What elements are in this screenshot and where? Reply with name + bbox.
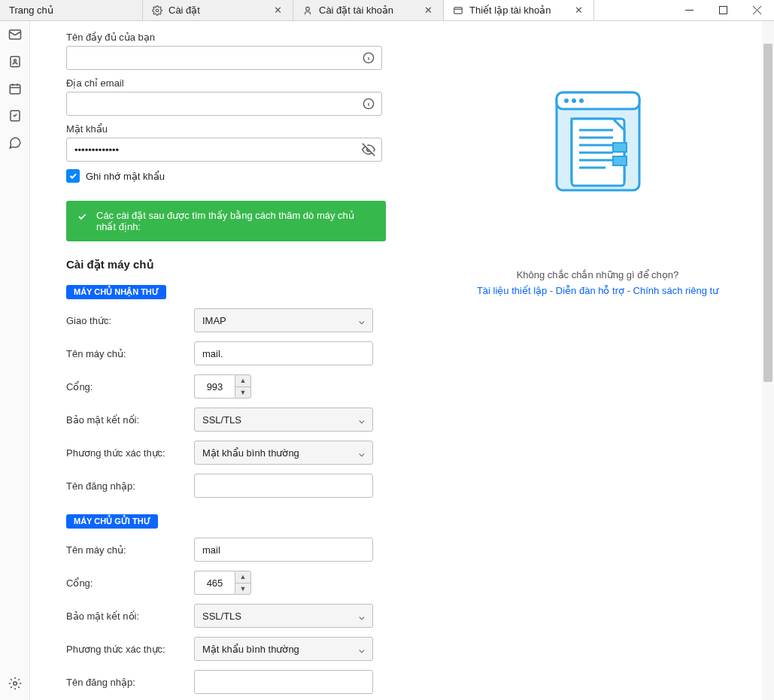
in-auth-select[interactable]: Mật khẩu bình thường⌵ [194,441,373,465]
form-panel: Tên đầy đủ của bạn Địa chỉ email Mật khẩ… [30,21,421,700]
close-icon[interactable]: ✕ [272,5,284,17]
chevron-up-icon[interactable]: ▲ [235,375,250,387]
password-input[interactable] [66,138,382,162]
in-user-input[interactable] [194,474,373,498]
svg-rect-8 [10,85,20,94]
address-book-icon[interactable] [6,53,24,71]
remember-label: Ghi nhớ mật khẩu [86,171,165,182]
titlebar: Trang chủ Cài đặt ✕ Cài đặt tài khoản ✕ … [0,0,774,21]
in-host-input[interactable] [194,341,373,365]
port-stepper[interactable]: ▲▼ [235,571,251,595]
in-user-label: Tên đăng nhập: [66,480,194,492]
eye-off-icon[interactable] [361,142,376,157]
sidebar [0,21,30,700]
in-port-input[interactable] [194,374,235,398]
out-security-label: Bảo mật kết nối: [66,611,194,622]
doc-link[interactable]: Tài liệu thiết lập [477,285,547,296]
help-panel: Không chắc chắn những gì để chọn? Tài li… [421,21,774,700]
gear-icon [152,5,162,16]
svg-point-0 [156,9,159,12]
tab-label: Thiết lập tài khoản [469,5,566,16]
calendar-icon[interactable] [6,80,24,98]
tab-home[interactable]: Trang chủ [0,0,143,20]
svg-point-16 [572,98,576,103]
forum-link[interactable]: Diễn đàn hỗ trợ [556,285,624,296]
outgoing-section: MÁY CHỦ GỬI THƯ Tên máy chủ: Cổng: ▲▼ Bả… [66,514,414,694]
out-host-label: Tên máy chủ: [66,544,194,556]
tab-strip: Trang chủ Cài đặt ✕ Cài đặt tài khoản ✕ … [0,0,672,20]
close-button[interactable] [740,0,774,20]
chevron-down-icon[interactable]: ▼ [235,583,250,595]
scrollbar-thumb[interactable] [763,44,772,382]
info-icon[interactable] [361,96,376,111]
password-label: Mật khẩu [66,123,414,135]
scrollbar[interactable] [762,21,774,700]
tab-settings[interactable]: Cài đặt ✕ [143,0,293,20]
svg-rect-4 [720,7,727,14]
in-security-select[interactable]: SSL/TLS⌵ [194,408,373,432]
chevron-down-icon[interactable]: ▼ [235,387,250,398]
incoming-badge: MÁY CHỦ NHẬN THƯ [66,285,166,299]
info-icon[interactable] [361,50,376,65]
incoming-section: MÁY CHỦ NHẬN THƯ Giao thức: IMAP⌵ Tên má… [66,285,414,498]
fullname-input[interactable] [66,46,382,70]
mail-icon[interactable] [6,26,24,44]
window-controls [672,0,774,20]
chevron-down-icon: ⌵ [359,611,365,622]
success-banner: Các cài đặt sau được tìm thấy bằng cách … [66,201,386,241]
help-links: Tài liệu thiết lập - Diễn đàn hỗ trợ - C… [477,285,718,296]
protocol-label: Giao thức: [66,315,194,326]
svg-rect-14 [557,92,639,109]
chevron-down-icon: ⌵ [359,315,365,326]
protocol-select[interactable]: IMAP⌵ [194,308,373,332]
maximize-button[interactable] [706,0,740,20]
help-text: Không chắc chắn những gì để chọn? [517,269,679,280]
check-icon [77,211,87,222]
out-user-input[interactable] [194,670,373,694]
setup-icon [453,5,463,16]
chevron-down-icon: ⌵ [359,414,365,426]
svg-point-1 [306,7,310,11]
svg-point-10 [13,682,17,686]
tab-account-settings[interactable]: Cài đặt tài khoản ✕ [293,0,444,20]
fullname-label: Tên đầy đủ của bạn [66,32,414,43]
svg-point-17 [579,98,584,103]
close-icon[interactable]: ✕ [572,5,584,17]
close-icon[interactable]: ✕ [422,5,434,17]
outgoing-badge: MÁY CHỦ GỬI THƯ [66,514,158,529]
svg-rect-3 [685,10,694,11]
chat-icon[interactable] [6,134,24,152]
remember-checkbox[interactable] [66,169,80,183]
privacy-link[interactable]: Chính sách riêng tư [633,285,719,296]
svg-point-15 [564,98,569,103]
out-security-select[interactable]: SSL/TLS⌵ [194,604,373,628]
email-label: Địa chỉ email [66,77,414,89]
out-port-label: Cổng: [66,577,194,589]
illustration [530,66,666,217]
tab-label: Trang chủ [9,5,133,16]
out-port-input[interactable] [194,571,235,595]
port-stepper[interactable]: ▲▼ [235,374,251,398]
settings-gear-icon[interactable] [6,674,24,692]
tasks-icon[interactable] [6,107,24,125]
out-host-input[interactable] [194,538,373,562]
in-security-label: Bảo mật kết nối: [66,414,194,426]
email-input[interactable] [66,92,382,116]
in-port-label: Cổng: [66,381,194,392]
out-auth-label: Phương thức xác thực: [66,644,194,655]
server-heading: Cài đặt máy chủ [66,258,414,271]
account-icon [302,5,313,16]
chevron-down-icon: ⌵ [359,447,365,459]
out-auth-select[interactable]: Mật khẩu bình thường⌵ [194,637,373,661]
svg-point-7 [14,59,16,62]
in-host-label: Tên máy chủ: [66,348,194,359]
tab-label: Cài đặt [168,5,266,16]
chevron-down-icon: ⌵ [359,644,365,655]
tab-account-setup[interactable]: Thiết lập tài khoản ✕ [444,0,594,20]
success-text: Các cài đặt sau được tìm thấy bằng cách … [96,210,354,232]
chevron-up-icon[interactable]: ▲ [235,571,250,583]
svg-rect-2 [454,7,463,13]
tab-label: Cài đặt tài khoản [319,5,416,16]
minimize-button[interactable] [672,0,706,20]
in-auth-label: Phương thức xác thực: [66,447,194,459]
